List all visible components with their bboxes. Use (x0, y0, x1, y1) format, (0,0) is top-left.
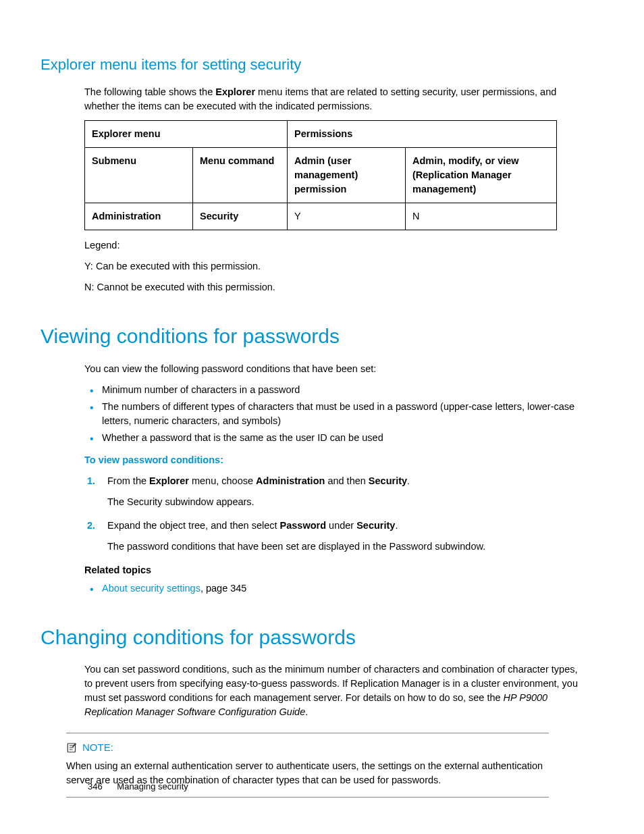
section2-bullets: Minimum number of characters in a passwo… (84, 383, 583, 445)
related-topics-list: About security settings, page 345 (84, 581, 583, 596)
th-menu-command: Menu command (193, 147, 288, 203)
th-view-perm: Admin, modify, or view (Replication Mana… (406, 147, 557, 203)
section-heading-viewing-passwords: Viewing conditions for passwords (41, 321, 583, 351)
legend-y: Y: Can be executed with this permission. (84, 259, 583, 273)
list-item: Whether a password that is the same as t… (84, 431, 583, 445)
related-topics-heading: Related topics (84, 563, 583, 577)
text-bold: Explorer (149, 475, 189, 486)
document-page: Explorer menu items for setting security… (0, 0, 644, 834)
note-header: NOTE: (66, 740, 549, 755)
section3-intro: You can set password conditions, such as… (84, 662, 583, 719)
list-item: About security settings, page 345 (84, 581, 583, 596)
step-result: The password conditions that have been s… (107, 540, 583, 554)
note-label: NOTE: (82, 740, 113, 755)
text: . (407, 475, 410, 486)
text-bold: Administration (256, 475, 325, 486)
th-permissions: Permissions (288, 120, 557, 147)
note-icon (66, 741, 78, 754)
step-result: The Security subwindow appears. (107, 495, 583, 509)
text: . (395, 520, 398, 531)
text: under (326, 520, 356, 531)
procedure-heading: To view password conditions: (84, 453, 583, 467)
related-link[interactable]: About security settings (102, 583, 200, 594)
text-bold: Security (356, 520, 395, 531)
text: menu, choose (189, 475, 256, 486)
table-header-row-1: Explorer menu Permissions (85, 120, 557, 147)
text-bold: Password (280, 520, 327, 531)
page-footer: 346 Managing security (88, 781, 188, 793)
text: and then (325, 475, 369, 486)
legend-label: Legend: (84, 238, 583, 253)
cell-admin: Y (288, 203, 406, 230)
section3-body: You can set password conditions, such as… (84, 662, 583, 719)
text: Expand the object tree, and then select (107, 520, 280, 531)
legend-n: N: Cannot be executed with this permissi… (84, 280, 583, 294)
section2-body: You can view the following password cond… (84, 362, 583, 596)
section1-intro: The following table shows the Explorer m… (84, 85, 583, 113)
procedure-steps: From the Explorer menu, choose Administr… (84, 474, 583, 554)
section-heading-explorer-security: Explorer menu items for setting security (41, 54, 583, 76)
th-admin-perm: Admin (user management) permission (288, 147, 406, 203)
step-1: From the Explorer menu, choose Administr… (84, 474, 583, 509)
table-header-row-2: Submenu Menu command Admin (user managem… (85, 147, 557, 203)
step-2: Expand the object tree, and then select … (84, 519, 583, 554)
text: From the (107, 475, 149, 486)
section2-intro: You can view the following password cond… (84, 362, 583, 376)
th-explorer-menu: Explorer menu (85, 120, 288, 147)
footer-title: Managing security (117, 781, 188, 791)
cell-submenu: Administration (85, 203, 193, 230)
text-bold: Explorer (215, 86, 255, 97)
cell-view: N (406, 203, 557, 230)
text-bold: Security (369, 475, 407, 486)
text: The following table shows the (84, 86, 215, 97)
list-item: The numbers of different types of charac… (84, 400, 583, 428)
page-number: 346 (88, 781, 103, 791)
th-submenu: Submenu (85, 147, 193, 203)
list-item: Minimum number of characters in a passwo… (84, 383, 583, 397)
text: , page 345 (200, 583, 247, 594)
table-row: Administration Security Y N (85, 203, 557, 230)
cell-command: Security (193, 203, 288, 230)
section1-body: The following table shows the Explorer m… (84, 85, 583, 294)
section-heading-changing-passwords: Changing conditions for passwords (41, 623, 583, 652)
permissions-table: Explorer menu Permissions Submenu Menu c… (84, 120, 557, 230)
text: . (305, 706, 308, 717)
